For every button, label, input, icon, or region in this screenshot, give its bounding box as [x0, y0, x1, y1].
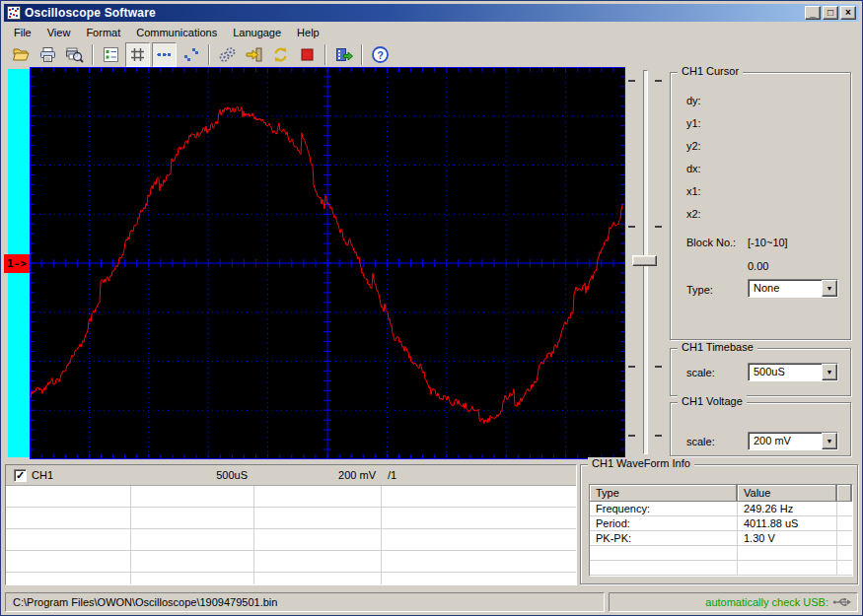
title-bar: Oscilloscope Software _ □ × — [4, 4, 859, 22]
block-no-label: Block No.: — [686, 237, 736, 248]
timebase-scale-value: 500uS — [749, 364, 822, 380]
waveinfo-value: 4011.88 uS — [738, 516, 837, 530]
waveinfo-row — [590, 546, 852, 561]
toolbar-button-settings[interactable] — [215, 42, 240, 67]
dotted-line-display-icon — [155, 45, 174, 64]
column-divider — [381, 486, 382, 584]
timebase-panel-title: CH1 Timebase — [678, 341, 757, 353]
toolbar-button-help[interactable]: ? — [368, 42, 393, 67]
menu-item-communications[interactable]: Communications — [128, 25, 225, 40]
channel-row-empty — [6, 508, 576, 529]
waveinfo-row: Frequency:249.26 Hz — [590, 502, 852, 516]
toolbar-button-export-data[interactable] — [331, 42, 356, 67]
svg-text:?: ? — [377, 49, 384, 61]
timebase-scale-select[interactable]: 500uS ▼ — [748, 363, 838, 381]
menu-item-view[interactable]: View — [39, 25, 79, 40]
channel-list-icon — [102, 45, 120, 64]
toolbar-separator — [92, 44, 94, 65]
usb-status-text: automatically check USB: — [705, 596, 828, 608]
stop-icon — [298, 45, 317, 64]
maximize-button[interactable]: □ — [823, 6, 838, 20]
points-display-icon — [181, 45, 200, 64]
close-button[interactable]: × — [840, 6, 856, 20]
waveinfo-header-value[interactable]: Value — [738, 485, 837, 502]
channel-row-empty — [6, 529, 576, 551]
cursor-panel: CH1 Cursor dy:y1:y2:dx:x1:x2: Block No.:… — [670, 72, 851, 340]
voltage-scale-select[interactable]: 200 mV ▼ — [748, 432, 838, 450]
block-no-value: 0.00 — [748, 260, 768, 272]
toolbar-button-connect-device[interactable] — [242, 42, 266, 67]
toolbar-button-points-display[interactable] — [179, 42, 203, 67]
toolbar-button-refresh[interactable] — [268, 42, 293, 67]
grid-display-icon — [128, 45, 147, 64]
voltage-scale-value: 200 mV — [749, 433, 822, 449]
statusbar-file-path: C:\Program Files\OWON\Oscilloscope\19094… — [5, 592, 605, 612]
channel-list: ✓CH1500uS200 mV/1 — [5, 464, 577, 585]
cursor-field-x2: x2: — [686, 208, 701, 220]
voltage-panel: CH1 Voltage scale: 200 mV ▼ — [670, 402, 851, 456]
slider-tick — [655, 80, 662, 82]
waveinfo-value — [738, 546, 837, 560]
vertical-slider-handle[interactable] — [632, 255, 657, 266]
toolbar-separator — [324, 44, 326, 65]
waveinfo-type — [590, 546, 738, 560]
toolbar-button-print-preview[interactable] — [62, 42, 87, 67]
slider-tick — [655, 226, 662, 228]
toolbar-separator — [361, 44, 363, 65]
channel1-position-marker[interactable]: 1-> — [4, 254, 30, 273]
waveinfo-header-type[interactable]: Type — [590, 485, 738, 502]
waveform-info-title: CH1 WaveForm Info — [588, 457, 694, 469]
cursor-field-dx: dx: — [686, 163, 701, 174]
connect-device-icon — [245, 45, 263, 64]
app-window: Oscilloscope Software _ □ × FileViewForm… — [0, 0, 863, 616]
menu-item-help[interactable]: Help — [289, 25, 327, 40]
slider-tick — [655, 435, 662, 437]
toolbar-button-dotted-line-display[interactable] — [152, 42, 177, 67]
toolbar-button-grid-display[interactable] — [125, 42, 150, 67]
menu-item-format[interactable]: Format — [78, 25, 128, 40]
column-divider — [130, 486, 131, 584]
channel-voltage: 200 mV — [6, 469, 376, 481]
cursor-type-value: None — [749, 280, 822, 297]
toolbar-button-open[interactable] — [9, 42, 34, 67]
cursor-type-select[interactable]: None ▼ — [748, 279, 838, 298]
cursor-field-dy: dy: — [686, 95, 701, 106]
chevron-down-icon[interactable]: ▼ — [822, 364, 837, 380]
chevron-down-icon[interactable]: ▼ — [822, 280, 837, 297]
waveinfo-value — [738, 561, 837, 575]
cursor-field-y2: y2: — [686, 140, 701, 152]
toolbar-separator — [208, 44, 210, 65]
channel-probe: /1 — [388, 469, 396, 481]
slider-tick — [628, 226, 635, 228]
channel-row-empty — [6, 573, 576, 585]
menu-item-lanugage[interactable]: Lanugage — [225, 25, 289, 40]
waveform-info-table: TypeValueFrequency:249.26 HzPeriod:4011.… — [589, 484, 853, 577]
block-no-range: [-10~10] — [748, 237, 788, 248]
timebase-scale-label: scale: — [686, 367, 715, 378]
toolbar-button-channel-list[interactable] — [99, 42, 123, 67]
waveinfo-type — [590, 561, 738, 575]
waveinfo-type: Frequency: — [590, 502, 738, 515]
waveinfo-type: PK-PK: — [590, 531, 738, 545]
waveinfo-type: Period: — [590, 516, 738, 530]
print-icon — [38, 45, 57, 64]
cursor-type-label: Type: — [686, 284, 713, 296]
minimize-button[interactable]: _ — [805, 6, 821, 20]
open-icon — [12, 45, 31, 64]
cursor-field-y1: y1: — [686, 117, 701, 129]
channel-row[interactable]: ✓CH1500uS200 mV/1 — [6, 465, 576, 486]
chevron-down-icon[interactable]: ▼ — [822, 433, 837, 449]
toolbar-button-stop[interactable] — [295, 42, 320, 67]
waveinfo-row: Period:4011.88 uS — [590, 516, 852, 531]
export-data-icon — [334, 45, 353, 64]
toolbar-button-print[interactable] — [36, 42, 60, 67]
menu-item-file[interactable]: File — [6, 25, 39, 40]
menu-bar: FileViewFormatCommunicationsLanugageHelp — [4, 23, 859, 41]
waveform-info-panel: CH1 WaveForm Info TypeValueFrequency:249… — [580, 464, 858, 584]
waveinfo-value: 249.26 Hz — [738, 502, 837, 515]
channel-row-empty — [6, 486, 576, 508]
waveinfo-row: PK-PK:1.30 V — [590, 531, 852, 546]
app-icon — [7, 6, 21, 20]
window-title: Oscilloscope Software — [25, 6, 156, 20]
print-preview-icon — [65, 45, 84, 64]
